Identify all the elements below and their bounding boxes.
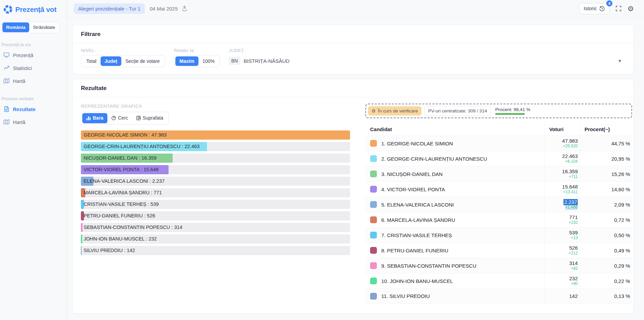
sidebar-item-label: Statistici	[13, 65, 32, 71]
bar-row[interactable]: SEBASTIAN-CONSTANTIN POPESCU : 314	[81, 223, 350, 232]
bar-row[interactable]: SILVIU PREDOIU : 142	[81, 246, 350, 255]
sidebar-item-harta-procese[interactable]: Hartă	[3, 115, 64, 128]
bar-row[interactable]: GEORGE-CRIN-LAURENȚIU ANTONESCU : 22.463	[81, 142, 350, 151]
candidate-color-swatch	[370, 216, 377, 223]
bar-row[interactable]: NICUȘOR-DANIEL DAN : 16.359	[81, 154, 350, 163]
nivel-total-button[interactable]: Total	[82, 56, 101, 66]
sidebar-item-statistici[interactable]: Statistici	[3, 61, 64, 74]
election-date: 04 Mai 2025	[150, 6, 178, 12]
judet-group: JUDEȚ BN BISTRIȚA-NĂSĂUD ▼	[229, 48, 625, 67]
candidate-name: 5. ELENA-VALERICA LASCONI	[381, 202, 454, 208]
bar-row[interactable]: CRISTIAN-VASILE TERHEȘ : 539	[81, 200, 350, 209]
nivel-judet-button[interactable]: Județ	[101, 56, 121, 66]
candidate-name: 3. NICUȘOR-DANIEL DAN	[381, 171, 442, 177]
bar-row[interactable]: JOHN-ION BANU-MUSCEL : 232	[81, 234, 350, 244]
column-header-candidat: Candidat	[365, 126, 544, 132]
sidebar-item-prezenta[interactable]: Prezență	[3, 49, 64, 61]
sidebar-item-label: Prezență	[13, 52, 33, 58]
votes-cell: 142	[544, 289, 580, 303]
candidate-cell: 10. JOHN-ION BANU-MUSCEL	[365, 273, 544, 288]
bar-chart: GEORGE-NICOLAE SIMION : 47.983GEORGE-CRI…	[81, 130, 350, 255]
candidate-name: 4. VICTOR-VIOREL PONTA	[381, 186, 445, 192]
table-row: 3. NICUȘOR-DANIEL DAN16.359+71115,26 %	[365, 166, 632, 181]
nivel-control: Total Județ Secție de votare	[81, 55, 165, 67]
sidebar: Prezență vot România Străinătate Prezenț…	[0, 0, 67, 320]
results-card: Rezultate REPREZENTARE GRAFICĂ Bara Cerc…	[72, 79, 634, 314]
votes-delta: +711	[569, 175, 578, 179]
relativ-100-button[interactable]: 100%	[198, 56, 219, 66]
tab-romania[interactable]: România	[2, 22, 29, 32]
gear-icon[interactable]: ⚙	[627, 5, 634, 12]
candidate-color-swatch	[370, 262, 377, 269]
candidate-name: 8. PETRU-DANIEL FUNERIU	[381, 248, 448, 253]
candidate-color-swatch	[370, 232, 377, 238]
percent-cell: 0,13 %	[580, 289, 632, 303]
bar-chart-icon	[86, 116, 91, 121]
istoric-button-label: Istoric	[584, 6, 597, 11]
sidebar-item-label: Hartă	[13, 119, 25, 125]
history-icon	[599, 6, 605, 12]
content: Filtrare NIVEL: Total Județ Secție de vo…	[67, 17, 644, 320]
table-row: 8. PETRU-DANIEL FUNERIU526+2120,49 %	[365, 243, 632, 258]
relativ-control: Maxim 100%	[174, 55, 220, 67]
chevron-down-icon: ▼	[617, 58, 622, 64]
votes-delta: +232	[569, 220, 578, 225]
bar-label: NICUȘOR-DANIEL DAN : 16.359	[84, 154, 157, 163]
percent-cell: 14,60 %	[580, 182, 632, 197]
votes-value: 2.237	[563, 199, 578, 205]
table-row: 10. JOHN-ION BANU-MUSCEL232+900,22 %	[365, 273, 632, 288]
election-badge[interactable]: Alegeri prezidențiale - Tur 1	[74, 3, 145, 14]
chart-tab-cerc[interactable]: Cerc	[107, 113, 132, 123]
votes-delta: +82	[571, 266, 578, 271]
sidebar-item-rezultate[interactable]: Rezultate	[3, 103, 64, 115]
bar-row[interactable]: ELENA-VALERICA LASCONI : 2.237	[81, 177, 350, 186]
judet-label: JUDEȚ	[229, 48, 625, 53]
turnout-person-icon[interactable]	[181, 5, 188, 12]
chart-tab-suprafata[interactable]: Suprafata	[132, 113, 168, 123]
candidate-name: 10. JOHN-ION BANU-MUSCEL	[381, 278, 453, 284]
votes-cell: 47.983+25.520	[544, 136, 580, 151]
candidate-cell: 11. SILVIU PREDOIU	[365, 289, 544, 303]
topbar: Alegeri prezidențiale - Tur 1 04 Mai 202…	[67, 0, 644, 17]
bar-row[interactable]: GEORGE-NICOLAE SIMION : 47.983	[81, 130, 350, 140]
votes-value: 22.463	[562, 153, 578, 159]
table-row: 7. CRISTIAN-VASILE TERHEȘ539+130,50 %	[365, 227, 632, 243]
results-title: Rezultate	[73, 79, 633, 97]
app-layout: Prezență vot România Străinătate Prezenț…	[0, 0, 644, 320]
table-row: 6. MARCELA-LAVINIA ȘANDRU771+2320,72 %	[365, 212, 632, 227]
candidate-cell: 9. SEBASTIAN-CONSTANTIN POPESCU	[365, 258, 544, 273]
trend-chart-icon	[3, 65, 10, 71]
votes-cell: 539+13	[544, 228, 580, 243]
sidebar-item-harta-prezenta[interactable]: Hartă	[3, 74, 64, 87]
table-row: 11. SILVIU PREDOIU1420,13 %	[365, 288, 632, 304]
nivel-sectie-button[interactable]: Secție de votare	[121, 56, 164, 66]
table-row: 9. SEBASTIAN-CONSTANTIN POPESCU314+820,2…	[365, 258, 632, 273]
map-icon	[3, 78, 10, 84]
candidate-cell: 3. NICUȘOR-DANIEL DAN	[365, 166, 544, 181]
votes-value: 526	[569, 245, 578, 251]
bar-row[interactable]: PETRU-DANIEL FUNERIU : 526	[81, 211, 350, 220]
votes-delta: +6.104	[565, 159, 578, 164]
votes-delta: +212	[569, 251, 578, 256]
logo: Prezență vot	[3, 5, 64, 14]
judet-select[interactable]: BN BISTRIȚA-NĂSĂUD ▼	[229, 55, 625, 67]
fullscreen-icon[interactable]	[615, 5, 622, 12]
tab-strainatate[interactable]: Străinătate	[29, 22, 59, 32]
relativ-maxim-button[interactable]: Maxim	[175, 56, 198, 66]
istoric-button[interactable]: Istoric 4	[579, 3, 610, 14]
table-row: 2. GEORGE-CRIN-LAURENȚIU ANTONESCU22.463…	[365, 151, 632, 166]
votes-value: 232	[569, 275, 578, 281]
votes-delta: +1.466	[565, 205, 578, 210]
bar-fill	[81, 246, 82, 255]
candidate-cell: 2. GEORGE-CRIN-LAURENȚIU ANTONESCU	[365, 151, 544, 166]
candidate-color-swatch	[370, 201, 377, 208]
main-area: Alegeri prezidențiale - Tur 1 04 Mai 202…	[67, 0, 644, 320]
bar-fill	[81, 223, 83, 232]
bar-row[interactable]: MARCELA-LAVINIA ȘANDRU : 771	[81, 188, 350, 197]
bar-row[interactable]: VICTOR-VIOREL PONTA : 15.648	[81, 165, 350, 174]
chart-tab-bara[interactable]: Bara	[82, 113, 107, 123]
section-label-procese: Procese-verbale	[1, 96, 64, 101]
candidate-name: 2. GEORGE-CRIN-LAURENȚIU ANTONESCU	[381, 156, 487, 162]
chart-type-control: Bara Cerc Suprafata	[81, 112, 169, 125]
percent-cell: 44,75 %	[580, 136, 632, 151]
